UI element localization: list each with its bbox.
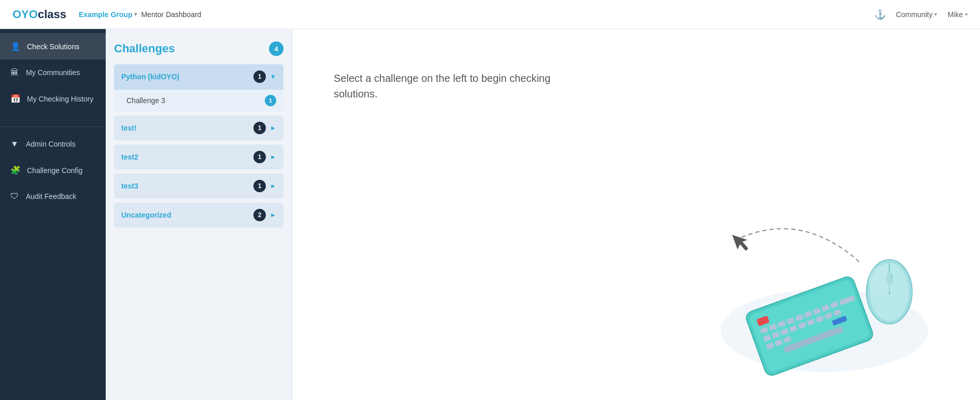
test1-chevron-icon: ► [270, 124, 276, 132]
test3-chevron-icon: ► [270, 182, 276, 190]
logo-class: class [38, 8, 66, 21]
python-chevron-icon: ▼ [270, 73, 276, 80]
python-count-badge: 1 [253, 70, 266, 83]
sidebar-item-check-solutions[interactable]: 👤 Check Solutions [0, 33, 106, 60]
sidebar-audit-feedback-label: Audit Feedback [26, 192, 76, 201]
test1-header-right: 1 ► [253, 122, 276, 134]
sidebar: 👤 Check Solutions 🏛 My Communities 📅 My … [0, 29, 106, 400]
challenges-header: Challenges 4 [114, 41, 283, 56]
challenge3-title: Challenge 3 [126, 96, 165, 105]
app-header: OYO class Example Group ▾ Mentor Dashboa… [0, 0, 980, 29]
python-header-right: 1 ▼ [253, 70, 276, 83]
admin-chevron-icon: ▼ [10, 139, 20, 149]
illustration [700, 180, 949, 379]
svg-marker-1 [732, 231, 751, 253]
challenges-total-badge: 4 [269, 41, 283, 56]
challenges-title: Challenges [114, 42, 175, 55]
community-label: Community [896, 10, 933, 19]
challenge-sub-item-challenge3[interactable]: Challenge 3 1 [114, 89, 283, 111]
sidebar-my-checking-history-label: My Checking History [27, 95, 93, 103]
history-icon: 📅 [10, 94, 21, 104]
challenge-group-python: Python (kidOYO) 1 ▼ Challenge 3 1 [114, 64, 283, 111]
keyboard-mouse-illustration [700, 180, 949, 377]
community-chevron-icon: ▾ [934, 11, 937, 17]
group-selector[interactable]: Example Group ▾ [79, 10, 137, 19]
user-label: Mike [947, 10, 963, 19]
challenge-group-uncategorized: Uncategorized 2 ► [114, 203, 283, 227]
test1-group-title: test! [121, 124, 137, 132]
header-right: ⚓ Community ▾ Mike ▾ [874, 9, 968, 20]
sidebar-item-my-checking-history[interactable]: 📅 My Checking History [0, 85, 106, 112]
sidebar-divider [0, 126, 106, 127]
challenge-group-python-header[interactable]: Python (kidOYO) 1 ▼ [114, 64, 283, 89]
main-content: Select a challenge on the left to begin … [292, 29, 980, 400]
test3-header-right: 1 ► [253, 180, 276, 192]
test3-group-title: test3 [121, 182, 138, 190]
sidebar-admin-controls-label: Admin Controls [26, 140, 76, 148]
user-menu[interactable]: Mike ▾ [947, 10, 968, 19]
sidebar-item-my-communities[interactable]: 🏛 My Communities [0, 60, 106, 85]
group-name: Example Group [79, 10, 132, 19]
user-chevron-icon: ▾ [965, 11, 968, 17]
main-prompt-area: Select a challenge on the left to begin … [334, 70, 551, 102]
notification-bell-icon[interactable]: ⚓ [874, 9, 886, 20]
challenge-group-test1-header[interactable]: test! 1 ► [114, 116, 283, 140]
group-dropdown-icon: ▾ [134, 11, 137, 17]
challenge-group-test3: test3 1 ► [114, 174, 283, 198]
challenges-panel: Challenges 4 Python (kidOYO) 1 ▼ Challen… [106, 29, 292, 400]
uncategorized-chevron-icon: ► [270, 211, 276, 219]
logo: OYO class [12, 8, 66, 21]
svg-point-33 [869, 266, 892, 297]
community-menu[interactable]: Community ▾ [896, 10, 938, 19]
test1-count-badge: 1 [253, 122, 266, 134]
uncategorized-count-badge: 2 [253, 209, 266, 221]
test2-chevron-icon: ► [270, 153, 276, 161]
challenge-group-test2: test2 1 ► [114, 145, 283, 169]
sidebar-item-audit-feedback[interactable]: 🛡 Audit Feedback [0, 183, 106, 209]
sidebar-item-challenge-config[interactable]: 🧩 Challenge Config [0, 157, 106, 183]
test2-header-right: 1 ► [253, 151, 276, 163]
sidebar-check-solutions-label: Check Solutions [27, 42, 79, 51]
main-layout: 👤 Check Solutions 🏛 My Communities 📅 My … [0, 29, 980, 400]
test2-count-badge: 1 [253, 151, 266, 163]
challenge3-count-badge: 1 [265, 95, 276, 106]
test3-count-badge: 1 [253, 180, 266, 192]
communities-icon: 🏛 [10, 68, 20, 77]
uncategorized-group-title: Uncategorized [121, 211, 171, 219]
sidebar-challenge-config-label: Challenge Config [27, 166, 82, 175]
dashboard-title: Mentor Dashboard [141, 10, 201, 19]
test2-group-title: test2 [121, 153, 138, 161]
shield-icon: 🛡 [10, 192, 20, 201]
challenge-group-uncategorized-header[interactable]: Uncategorized 2 ► [114, 203, 283, 227]
challenge-group-test2-header[interactable]: test2 1 ► [114, 145, 283, 169]
main-prompt-text: Select a challenge on the left to begin … [334, 70, 551, 102]
logo-oyo: OYO [12, 8, 38, 21]
challenge-group-test3-header[interactable]: test3 1 ► [114, 174, 283, 198]
puzzle-icon: 🧩 [10, 165, 21, 175]
sidebar-my-communities-label: My Communities [26, 68, 80, 77]
user-icon: 👤 [10, 41, 21, 51]
sidebar-item-admin-controls[interactable]: ▼ Admin Controls [0, 131, 106, 157]
python-group-title: Python (kidOYO) [121, 73, 179, 81]
challenge-group-test1: test! 1 ► [114, 116, 283, 140]
uncategorized-header-right: 2 ► [253, 209, 276, 221]
